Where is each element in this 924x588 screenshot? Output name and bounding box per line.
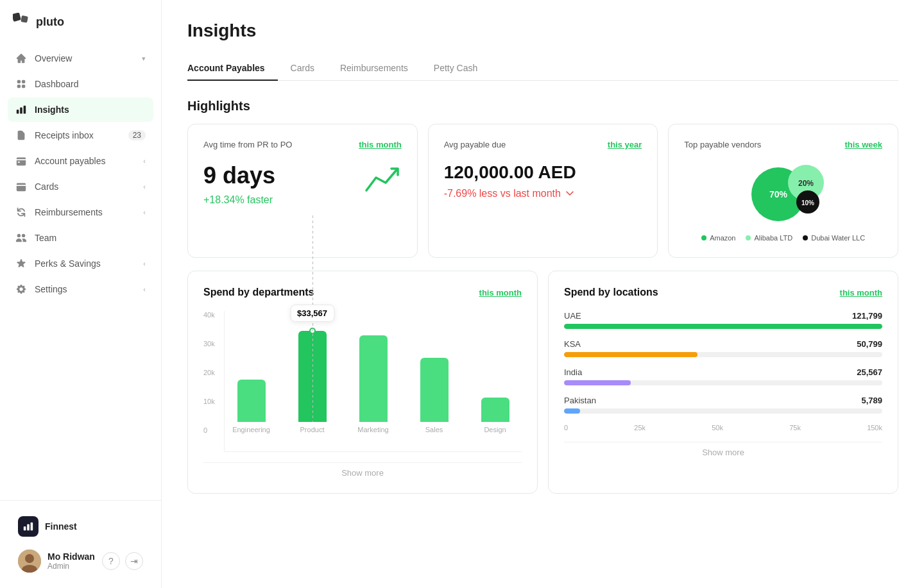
locations-list: UAE 121,799 KSA 50,799 [564,311,882,414]
top-vendors-filter[interactable]: this week [844,140,882,149]
spend-by-locations-card: Spend by locations this month UAE 121,79… [548,271,898,494]
charts-grid: Spend by departments this month 0 10k 20… [187,271,898,494]
sidebar-item-overview[interactable]: Overview ▾ [8,46,153,71]
grid-icon [15,78,27,90]
pakistan-value: 5,789 [861,396,882,405]
user-profile[interactable]: Mo Ridwan Admin ? ⇥ [10,544,151,578]
location-ksa: KSA 50,799 [564,339,882,357]
logo[interactable]: pluto [0,0,161,41]
home-icon [15,53,27,64]
sidebar-item-dashboard-label: Dashboard [35,79,79,89]
sidebar-item-receipts-label: Receipts inbox [35,130,94,140]
pr-to-po-filter[interactable]: this month [359,140,401,149]
sidebar-item-team[interactable]: Team [8,226,153,250]
logout-button[interactable]: ⇥ [125,552,143,570]
departments-chart-title: Spend by departments [203,287,314,298]
avg-payable-label: Avg payable due [444,140,506,149]
avg-payable-filter[interactable]: this year [608,140,642,149]
bar-sales: Sales [407,311,461,433]
highlight-card-avg-payable: Avg payable due this year 120,000.00 AED… [428,124,658,258]
avatar [18,550,41,573]
sidebar-item-receipts[interactable]: Receipts inbox 23 [8,123,153,147]
overview-chevron: ▾ [142,55,146,63]
x-label-25k: 25k [634,424,646,432]
bar-marketing: Marketing [346,311,400,433]
tab-account-payables[interactable]: Account Payables [187,56,278,81]
main-content: Insights Account Payables Cards Reimburs… [162,0,924,588]
tooltip-value: $33,567 [297,308,327,318]
sidebar-item-settings[interactable]: Settings ‹ [8,277,153,301]
sidebar-item-cards[interactable]: Cards ‹ [8,174,153,199]
page-title: Insights [187,21,898,41]
reimbursements-chevron: ‹ [143,208,146,216]
sidebar-footer: Finnest Mo Ridwan Admin ? ⇥ [0,500,161,588]
svg-rect-0 [13,13,21,22]
sidebar-item-dashboard[interactable]: Dashboard [8,72,153,96]
user-info: Mo Ridwan Admin [47,551,96,571]
pakistan-bar [564,408,580,414]
svg-text:10%: 10% [801,199,814,206]
x-label-50k: 50k [712,424,723,432]
locations-chart-filter[interactable]: this month [840,288,882,298]
user-name: Mo Ridwan [47,551,96,562]
legend-amazon: Amazon [701,234,735,242]
payables-chevron: ‹ [143,157,146,165]
bar-product: $33,567 Product [286,311,339,433]
y-label-0: 0 [203,426,218,434]
y-label-40k: 40k [203,311,218,319]
logo-icon [13,13,31,31]
team-icon [15,232,27,244]
sidebar-item-payables-label: Account payables [35,156,106,166]
sidebar-item-reimbursements[interactable]: Reimbursements ‹ [8,200,153,224]
tab-cards[interactable]: Cards [278,56,327,81]
settings-chevron: ‹ [143,285,146,293]
india-name: India [564,367,582,377]
sidebar-item-account-payables[interactable]: Account payables ‹ [8,149,153,173]
spend-by-departments-card: Spend by departments this month 0 10k 20… [187,271,538,494]
x-label-150k: 150k [867,424,882,432]
india-bar [564,380,631,385]
avg-payable-sub: -7.69% less vs last month [444,188,561,199]
amazon-label: Amazon [710,234,735,242]
y-label-30k: 30k [203,340,218,348]
uae-value: 121,799 [852,311,882,321]
x-label-75k: 75k [789,424,801,432]
sidebar-item-team-label: Team [35,233,56,243]
uae-bar [564,324,882,329]
bar-design-label: Design [484,426,506,433]
highlight-card-top-vendors: Top payable vendors this week 70% 20% 10… [668,124,898,258]
sidebar-item-perks[interactable]: Perks & Savings ‹ [8,251,153,276]
alibaba-dot [746,235,751,240]
alibaba-label: Alibaba LTD [754,234,792,242]
company-selector[interactable]: Finnest [10,511,151,542]
sidebar-nav: Overview ▾ Dashboard Insights Receipts i… [0,41,161,500]
sidebar: pluto Overview ▾ Dashboard Insights Rece… [0,0,162,588]
pr-to-po-sub: +18.34% faster [203,194,275,206]
y-label-10k: 10k [203,398,218,405]
india-value: 25,567 [857,367,882,377]
departments-show-more[interactable]: Show more [203,462,522,478]
receipt-icon [15,130,27,141]
sidebar-item-insights[interactable]: Insights [8,97,153,122]
bar-design: Design [468,311,522,433]
card-icon [15,181,27,192]
ksa-name: KSA [564,339,581,349]
help-button[interactable]: ? [102,552,120,570]
gear-icon [15,283,27,295]
footer-icons: ? ⇥ [102,552,143,570]
bar-marketing-label: Marketing [357,426,388,433]
ksa-bar [564,352,697,357]
bar-engineering: Engineering [225,311,278,433]
departments-chart-filter[interactable]: this month [479,288,522,298]
tab-petty-cash[interactable]: Petty Cash [421,56,490,81]
ksa-value: 50,799 [857,339,882,349]
sidebar-item-cards-label: Cards [35,181,58,192]
tabs-bar: Account Payables Cards Reimbursements Pe… [187,56,898,81]
tab-reimbursements[interactable]: Reimbursements [327,56,421,81]
sidebar-item-insights-label: Insights [35,105,69,115]
location-uae: UAE 121,799 [564,311,882,329]
sidebar-item-reimbursements-label: Reimbursements [35,207,103,217]
locations-show-more[interactable]: Show more [564,442,882,457]
reimburse-icon [15,206,27,218]
logo-text: pluto [36,15,64,29]
